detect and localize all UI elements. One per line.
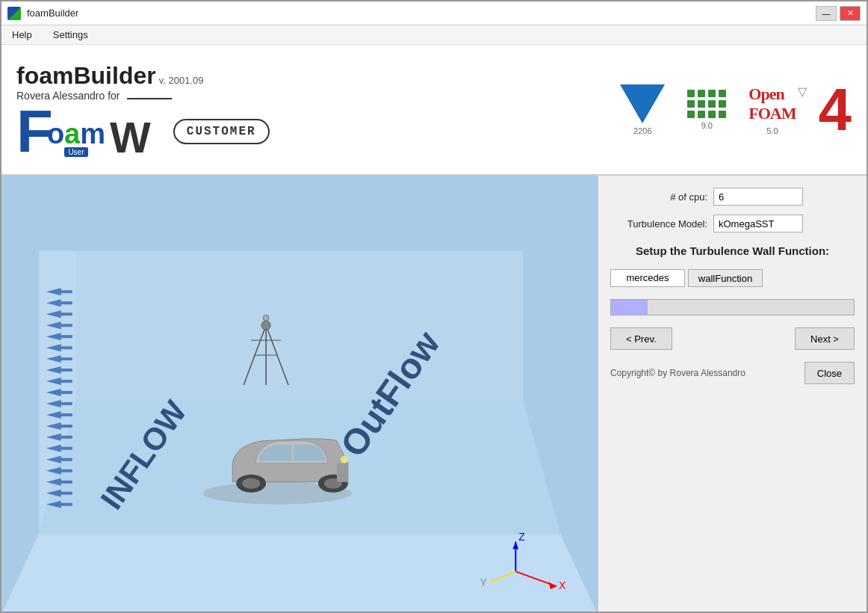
header-logo-section: foamBuilder v. 2001.09 Rovera Alessandro… <box>16 62 270 157</box>
dot <box>687 111 695 118</box>
nav-buttons: < Prev. Next > <box>610 327 855 350</box>
svg-marker-4 <box>76 250 524 400</box>
header: foamBuilder v. 2001.09 Rovera Alessandro… <box>1 45 867 176</box>
triangle-logo-item: 2206 <box>620 84 665 135</box>
spacer <box>610 393 855 603</box>
menu-help[interactable]: Help <box>7 28 37 42</box>
author-underline <box>127 98 172 99</box>
svg-marker-2 <box>1 535 598 613</box>
next-button[interactable]: Next > <box>795 327 855 350</box>
dot <box>687 90 695 97</box>
main-content: INFLOW OutFlow <box>1 176 867 613</box>
title-bar: foamBuilder — ✕ <box>1 1 867 25</box>
svg-point-39 <box>263 315 269 321</box>
triangle-logo <box>620 84 665 123</box>
minimize-button[interactable]: — <box>816 6 837 21</box>
openfoam-logo-item: Open FOAM ▽ 5.0 <box>748 84 796 135</box>
turbulence-row: Turbulence Model: <box>610 215 855 232</box>
app-icon <box>7 7 21 20</box>
openfoam-label: 5.0 <box>766 126 778 135</box>
wall-fn-row: mercedes wallFunction <box>610 269 855 287</box>
menu-bar: Help Settings <box>1 25 867 45</box>
footer-row: Copyright© by Rovera Alessandro Close <box>610 362 855 384</box>
dot <box>719 111 726 118</box>
svg-text:Z: Z <box>518 531 525 543</box>
dot <box>708 111 716 118</box>
foam-m: m <box>80 118 105 150</box>
svg-point-34 <box>341 456 348 463</box>
logo-row: F o a m User W CUSTOMER <box>16 106 270 157</box>
prev-button[interactable]: < Prev. <box>610 327 672 350</box>
openfoam-text: Open <box>748 84 784 103</box>
turbulence-input[interactable] <box>713 215 803 232</box>
foam-o: o <box>47 118 64 150</box>
dot <box>698 111 705 118</box>
foam-logo: F o a m User W <box>16 106 151 157</box>
app-title: foamBuilder <box>16 62 156 90</box>
right-panel: # of cpu: Turbulence Model: Setup the Tu… <box>598 176 867 613</box>
cpu-input[interactable] <box>713 188 803 206</box>
cpu-row: # of cpu: <box>610 188 855 206</box>
copyright-text: Copyright© by Rovera Alessandro <box>610 368 745 378</box>
title-bar-title: foamBuilder <box>27 7 78 19</box>
dot <box>719 90 726 97</box>
foam-a: a <box>64 118 80 150</box>
svg-point-30 <box>242 478 260 489</box>
cpu-label: # of cpu: <box>610 191 707 203</box>
dots-grid <box>687 90 726 118</box>
dots-logo-item: 9.0 <box>687 90 726 130</box>
openfoam-triangle: ▽ <box>798 84 807 99</box>
dot <box>708 100 716 108</box>
big-number-item: 4 <box>819 80 852 140</box>
dot <box>698 100 705 108</box>
dot <box>687 100 695 108</box>
svg-text:Y: Y <box>480 576 486 588</box>
w-icon: W <box>110 118 151 157</box>
dot <box>719 100 726 108</box>
svg-text:X: X <box>559 579 566 591</box>
wall-fn-button[interactable]: wallFunction <box>688 269 763 287</box>
viewport-svg: INFLOW OutFlow <box>1 176 598 613</box>
dot <box>698 90 705 97</box>
dots-label: 9.0 <box>701 121 713 130</box>
dot <box>708 90 716 97</box>
header-logos: 2206 9.0 Open <box>620 80 852 140</box>
viewport[interactable]: INFLOW OutFlow <box>1 176 598 613</box>
window-controls: — ✕ <box>816 6 861 21</box>
customer-badge: CUSTOMER <box>173 119 270 144</box>
big-number: 4 <box>819 80 852 140</box>
close-button[interactable]: Close <box>805 362 855 384</box>
triangle-label: 2206 <box>633 126 651 135</box>
svg-rect-33 <box>337 463 348 482</box>
wall-function-title: Setup the Turbulence Wall Function: <box>610 244 855 257</box>
close-button[interactable]: ✕ <box>840 6 861 21</box>
openfoam-text2: FOAM <box>748 104 796 123</box>
wall-fn-patch: mercedes <box>610 269 685 287</box>
user-badge: User <box>64 147 87 157</box>
menu-settings[interactable]: Settings <box>49 28 93 42</box>
openfoam-logo: Open FOAM ▽ <box>748 84 796 123</box>
progress-bar-fill <box>611 300 648 315</box>
turbulence-label: Turbulence Model: <box>610 218 707 230</box>
app-version: v. 2001.09 <box>159 75 204 86</box>
svg-point-38 <box>261 321 270 330</box>
progress-bar-container <box>610 299 855 315</box>
